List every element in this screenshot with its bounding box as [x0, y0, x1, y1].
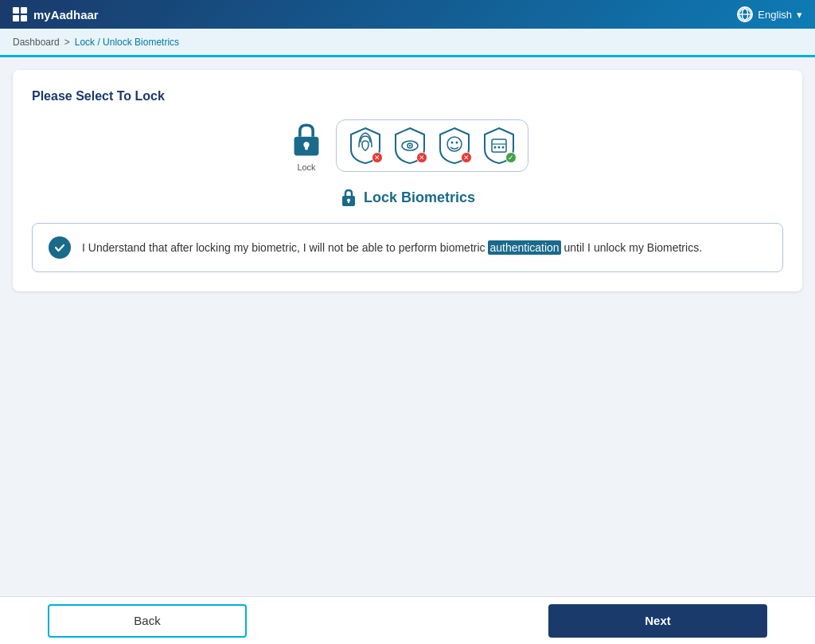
breadcrumb: Dashboard > Lock / Unlock Biometrics	[13, 37, 179, 48]
iris-shield[interactable]: ✕	[391, 127, 429, 165]
footer: Back Next	[0, 596, 815, 644]
fingerprint-status: ✕	[372, 152, 383, 163]
main-content: Please Select To Lock Lock	[0, 57, 815, 596]
svg-point-16	[502, 146, 505, 149]
language-icon	[737, 6, 753, 22]
consent-check-icon	[49, 236, 71, 259]
svg-point-14	[494, 146, 497, 149]
otp-status: ✓	[505, 152, 517, 163]
lock-label: Lock	[297, 162, 315, 172]
shield-group: ✕ ✕	[336, 119, 528, 172]
logo-grid-icon	[13, 7, 27, 21]
breadcrumb-separator: >	[64, 37, 70, 48]
svg-point-8	[409, 145, 411, 146]
svg-rect-5	[305, 146, 308, 150]
otp-shield[interactable]: ✓	[480, 127, 518, 165]
lock-icon	[287, 119, 326, 159]
chevron-down-icon: ▾	[797, 9, 802, 21]
consent-text: I Understand that after locking my biome…	[82, 240, 702, 256]
consent-text-after: until I unlock my Biometrics.	[561, 241, 702, 254]
svg-point-10	[451, 142, 454, 144]
lock-standalone: Lock	[287, 119, 326, 172]
next-button[interactable]: Next	[548, 604, 767, 638]
fingerprint-shield[interactable]: ✕	[346, 127, 384, 165]
back-button[interactable]: Back	[48, 604, 247, 638]
biometrics-title-text: Lock Biometrics	[364, 189, 475, 206]
face-shield[interactable]: ✕	[435, 127, 474, 165]
svg-rect-12	[492, 139, 506, 152]
card-title: Please Select To Lock	[32, 89, 783, 103]
lock-biometrics-card: Please Select To Lock Lock	[13, 70, 802, 291]
app-name: myAadhaar	[33, 8, 99, 21]
app-header: myAadhaar English ▾	[0, 0, 815, 29]
language-selector[interactable]: English ▾	[737, 6, 802, 22]
breadcrumb-bar: Dashboard > Lock / Unlock Biometrics	[0, 29, 815, 57]
svg-point-11	[456, 142, 458, 144]
language-label: English	[758, 9, 792, 21]
icon-row: Lock ✕	[32, 119, 783, 172]
svg-point-15	[498, 146, 501, 149]
lock-small-icon	[340, 188, 357, 207]
checkmark-icon	[53, 241, 66, 254]
svg-rect-19	[348, 201, 349, 203]
consent-highlight: authentication	[488, 240, 560, 255]
breadcrumb-current: Lock / Unlock Biometrics	[75, 37, 179, 48]
consent-text-before: I Understand that after locking my biome…	[82, 241, 488, 254]
biometrics-title: Lock Biometrics	[32, 188, 783, 207]
breadcrumb-dashboard[interactable]: Dashboard	[13, 37, 60, 48]
app-logo: myAadhaar	[13, 7, 99, 21]
face-status: ✕	[461, 152, 472, 163]
iris-status: ✕	[416, 152, 427, 163]
consent-box: I Understand that after locking my biome…	[32, 223, 783, 272]
